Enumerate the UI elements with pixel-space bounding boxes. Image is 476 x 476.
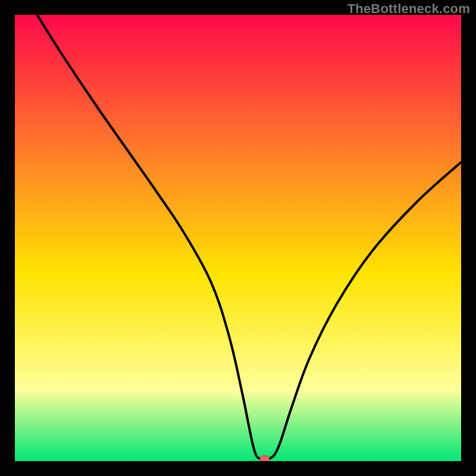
optimum-marker xyxy=(260,455,270,461)
bottleneck-chart xyxy=(15,15,461,461)
outer-frame: TheBottleneck.com xyxy=(0,0,476,476)
attribution-text: TheBottleneck.com xyxy=(347,1,470,17)
plot-area xyxy=(15,15,461,461)
gradient-background xyxy=(15,15,461,461)
